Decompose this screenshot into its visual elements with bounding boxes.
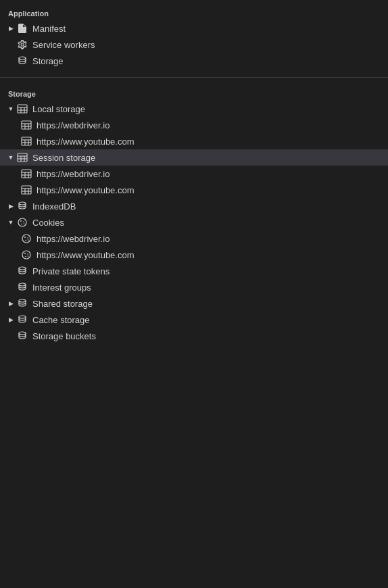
interest-groups-label: Interest groups [32,283,91,293]
table-icon-4 [16,151,28,164]
local-storage-arrow [5,103,16,114]
section-divider [0,77,388,78]
indexeddb-item[interactable]: IndexedDB [0,198,388,214]
local-storage-webdriver-item[interactable]: https://webdriver.io [0,117,388,133]
cookies-webdriver-label: https://webdriver.io [37,234,110,244]
database-icon-2 [16,200,28,212]
database-icon-7 [16,330,28,342]
cookies-item[interactable]: Cookies [0,214,388,230]
service-workers-item[interactable]: Service workers [0,36,388,53]
database-icon-5 [16,297,28,310]
table-icon-6 [20,184,32,196]
session-storage-youtube-item[interactable]: https://www.youtube.com [0,182,388,198]
local-storage-webdriver-label: https://webdriver.io [37,120,110,130]
local-storage-item[interactable]: Local storage [0,101,388,117]
cookies-arrow [5,217,16,228]
session-storage-youtube-label: https://www.youtube.com [37,185,135,195]
service-workers-label: Service workers [32,40,95,50]
cache-storage-item[interactable]: Cache storage [0,312,388,328]
manifest-item[interactable]: Manifest [0,20,388,36]
database-icon-3 [16,265,28,277]
database-icon-6 [16,314,28,326]
file-icon [16,22,28,34]
application-section: Application Manifest Service workers Sto… [0,0,388,74]
session-storage-webdriver-item[interactable]: https://webdriver.io [0,166,388,182]
manifest-arrow [5,23,16,34]
database-icon [16,55,28,67]
storage-section: Storage Local storage https://webdriver.… [0,80,388,349]
storage-app-item[interactable]: Storage [0,53,388,69]
storage-buckets-item[interactable]: Storage buckets [0,328,388,344]
indexeddb-label: IndexedDB [32,201,76,212]
local-storage-label: Local storage [32,104,85,114]
indexeddb-arrow [5,201,16,212]
table-icon [16,103,28,115]
storage-app-label: Storage [32,56,64,66]
manifest-label: Manifest [32,24,66,34]
cache-storage-label: Cache storage [32,315,90,325]
cookie-icon [16,216,28,228]
shared-storage-arrow [5,298,16,309]
session-storage-label: Session storage [32,153,95,163]
application-header: Application [0,5,388,20]
private-state-tokens-label: Private state tokens [32,266,110,276]
shared-storage-label: Shared storage [32,299,93,309]
private-state-tokens-item[interactable]: Private state tokens [0,263,388,279]
session-storage-arrow [5,152,16,163]
database-icon-4 [16,281,28,293]
local-storage-youtube-item[interactable]: https://www.youtube.com [0,133,388,149]
cookies-label: Cookies [32,218,64,228]
cookies-youtube-item[interactable]: https://www.youtube.com [0,247,388,263]
cache-storage-arrow [5,314,16,325]
table-icon-3 [20,135,32,147]
table-icon-5 [20,168,32,180]
shared-storage-item[interactable]: Shared storage [0,295,388,312]
storage-header: Storage [0,86,388,101]
table-icon-2 [20,119,32,131]
cookies-youtube-label: https://www.youtube.com [37,250,135,260]
session-storage-item[interactable]: Session storage [0,149,388,166]
cookie-icon-3 [20,249,32,261]
storage-buckets-label: Storage buckets [32,331,96,341]
cookie-icon-2 [20,232,32,245]
local-storage-youtube-label: https://www.youtube.com [37,137,135,147]
session-storage-webdriver-label: https://webdriver.io [37,169,110,179]
gear-icon [16,39,28,51]
interest-groups-item[interactable]: Interest groups [0,279,388,295]
cookies-webdriver-item[interactable]: https://webdriver.io [0,230,388,247]
